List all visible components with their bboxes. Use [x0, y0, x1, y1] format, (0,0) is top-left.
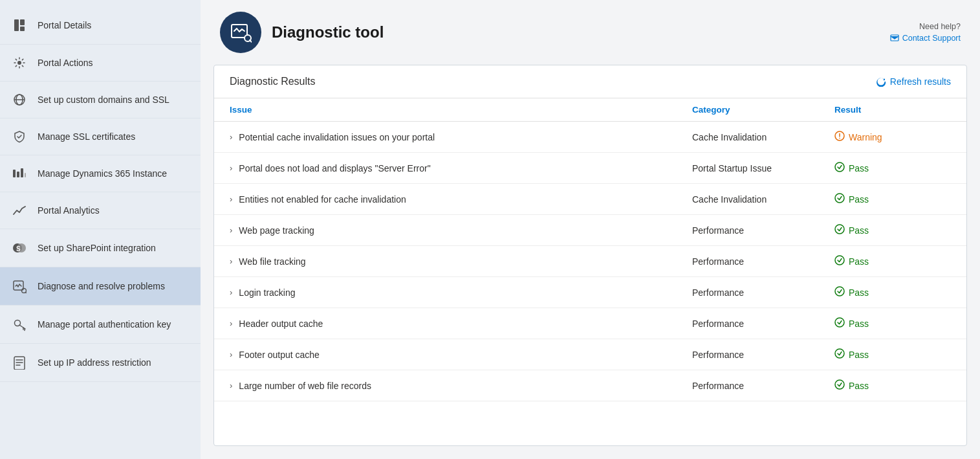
issue-cell: › Header output cache: [230, 319, 692, 329]
result-icon: [834, 131, 845, 143]
result-cell: Pass: [834, 224, 951, 236]
svg-rect-0: [14, 19, 19, 31]
issue-text: Login tracking: [239, 287, 295, 298]
svg-rect-6: [13, 170, 16, 177]
header-left: Diagnostic tool: [220, 12, 384, 53]
category-cell: Performance: [692, 381, 834, 391]
sidebar: Portal Details Portal Actions Set up cus…: [0, 0, 201, 459]
table-row[interactable]: › Web file tracking Performance Pass: [214, 246, 966, 277]
sidebar-item-portal-analytics[interactable]: Portal Analytics: [0, 192, 201, 229]
result-cell: Pass: [834, 348, 951, 361]
issue-cell: › Portal does not load and displays "Ser…: [230, 163, 692, 174]
sidebar-item-custom-domains[interactable]: Set up custom domains and SSL: [0, 82, 201, 118]
sidebar-label-auth-key: Manage portal authentication key: [38, 319, 171, 330]
result-icon: [834, 348, 845, 361]
issue-cell: › Large number of web file records: [230, 381, 692, 391]
svg-text:S: S: [16, 245, 21, 252]
issue-cell: › Web page tracking: [230, 225, 692, 236]
result-text: Pass: [849, 194, 869, 205]
result-text: Pass: [849, 319, 869, 329]
result-icon: [834, 255, 845, 267]
result-text: Pass: [849, 225, 869, 236]
sidebar-item-sharepoint[interactable]: S Set up SharePoint integration: [0, 229, 201, 267]
table-row[interactable]: › Login tracking Performance Pass: [214, 277, 966, 308]
result-cell: Pass: [834, 193, 951, 205]
issue-cell: › Entities not enabled for cache invalid…: [230, 194, 692, 205]
sidebar-item-auth-key[interactable]: Manage portal authentication key: [0, 306, 201, 344]
chevron-icon: ›: [230, 163, 232, 173]
category-cell: Performance: [692, 350, 834, 360]
sidebar-item-manage-ssl[interactable]: Manage SSL certificates: [0, 118, 201, 155]
sidebar-item-diagnose[interactable]: Diagnose and resolve problems: [0, 267, 201, 306]
chevron-icon: ›: [230, 381, 232, 390]
chevron-icon: ›: [230, 225, 232, 235]
svg-point-30: [839, 138, 840, 139]
table-row[interactable]: › Web page tracking Performance Pass: [214, 215, 966, 246]
issue-text: Web page tracking: [239, 225, 314, 236]
table-row[interactable]: › Potential cache invalidation issues on…: [214, 122, 966, 153]
main-content: Diagnostic tool Need help? Contact Suppo…: [201, 0, 980, 459]
page-title: Diagnostic tool: [272, 23, 384, 41]
svg-point-34: [835, 256, 844, 265]
svg-point-38: [835, 380, 844, 389]
category-cell: Cache Invalidation: [692, 132, 834, 142]
sidebar-label-diagnose: Diagnose and resolve problems: [38, 280, 165, 292]
sidebar-label-portal-details: Portal Details: [38, 19, 91, 31]
page-header: Diagnostic tool Need help? Contact Suppo…: [201, 0, 980, 65]
ip-restriction-icon: [10, 355, 28, 370]
chevron-icon: ›: [230, 256, 232, 266]
svg-point-35: [835, 287, 844, 296]
table-row[interactable]: › Portal does not load and displays "Ser…: [214, 153, 966, 184]
refresh-button[interactable]: Refresh results: [876, 76, 951, 87]
issue-text: Footer output cache: [239, 350, 320, 360]
table-row[interactable]: › Footer output cache Performance Pass: [214, 339, 966, 370]
sidebar-item-portal-details[interactable]: Portal Details: [0, 6, 201, 45]
table-row[interactable]: › Header output cache Performance Pass: [214, 308, 966, 339]
result-text: Pass: [849, 381, 869, 391]
sidebar-label-sharepoint: Set up SharePoint integration: [38, 242, 156, 254]
result-cell: Pass: [834, 317, 951, 330]
diagnose-icon: [10, 279, 28, 293]
result-cell: Pass: [834, 379, 951, 392]
table-row[interactable]: › Large number of web file records Perfo…: [214, 370, 966, 401]
category-cell: Portal Startup Issue: [692, 163, 834, 174]
result-text: Pass: [849, 163, 869, 174]
svg-rect-9: [25, 173, 26, 177]
portal-analytics-icon: [10, 204, 28, 217]
table-body: › Potential cache invalidation issues on…: [214, 122, 966, 401]
sharepoint-icon: S: [10, 241, 28, 255]
result-icon: [834, 379, 845, 392]
sidebar-item-portal-actions[interactable]: Portal Actions: [0, 45, 201, 82]
chevron-icon: ›: [230, 319, 232, 328]
svg-line-15: [26, 293, 27, 294]
sidebar-item-ip-restriction[interactable]: Set up IP address restriction: [0, 344, 201, 382]
issue-text: Web file tracking: [239, 256, 305, 267]
category-cell: Performance: [692, 225, 834, 236]
svg-rect-8: [21, 168, 23, 177]
svg-point-36: [835, 318, 844, 327]
chevron-icon: ›: [230, 350, 232, 359]
sidebar-label-portal-analytics: Portal Analytics: [38, 205, 100, 216]
col-result: Result: [834, 105, 951, 115]
svg-rect-20: [14, 357, 25, 370]
contact-support-link[interactable]: Contact Support: [890, 34, 961, 43]
result-cell: Warning: [834, 131, 951, 143]
table-row[interactable]: › Entities not enabled for cache invalid…: [214, 184, 966, 215]
issue-cell: › Footer output cache: [230, 350, 692, 360]
svg-rect-1: [20, 19, 25, 25]
issue-text: Entities not enabled for cache invalidat…: [239, 194, 406, 205]
chevron-icon: ›: [230, 194, 232, 204]
category-cell: Performance: [692, 287, 834, 298]
sidebar-item-dynamics-365[interactable]: Manage Dynamics 365 Instance: [0, 155, 201, 192]
sidebar-label-custom-domains: Set up custom domains and SSL: [38, 94, 169, 106]
result-icon: [834, 224, 845, 236]
svg-point-32: [835, 194, 844, 203]
result-icon: [834, 286, 845, 298]
diagnostic-table: Issue Category Result › Potential cache …: [214, 98, 966, 445]
issue-cell: › Login tracking: [230, 287, 692, 298]
manage-ssl-icon: [10, 130, 28, 143]
result-text: Pass: [849, 287, 869, 298]
diagnostic-icon: [220, 12, 261, 53]
portal-actions-icon: [10, 56, 28, 69]
svg-point-31: [835, 162, 844, 172]
